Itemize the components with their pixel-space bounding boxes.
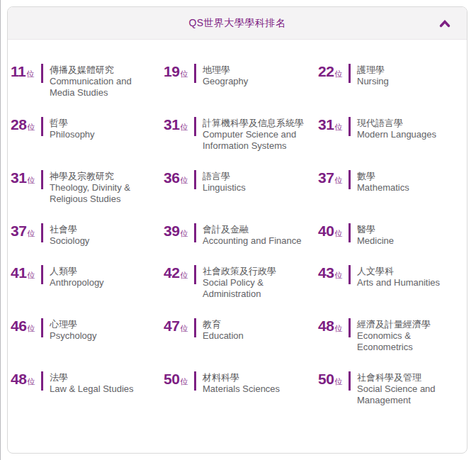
- subject: 數學 Mathematics: [357, 170, 409, 193]
- subject-name-en: Arts and Humanities: [357, 277, 440, 288]
- rank-divider: [194, 170, 196, 189]
- panel-title: QS世界大學學科排名: [188, 17, 285, 30]
- subject: 地理學 Geography: [203, 64, 248, 87]
- subject-name-zh: 神學及宗教研究: [50, 171, 152, 182]
- rank-number: 39: [164, 223, 179, 238]
- rank-value: 43 位: [318, 265, 344, 281]
- rank-divider: [41, 265, 43, 284]
- rank-unit: 位: [334, 228, 342, 239]
- rank-value: 46 位: [11, 318, 37, 334]
- subject-name-zh: 傳播及媒體研究: [50, 64, 152, 76]
- panel-header[interactable]: QS世界大學學科排名: [8, 7, 467, 40]
- rank-value: 47 位: [164, 318, 190, 334]
- rank-divider: [348, 318, 351, 337]
- rank-number: 19: [164, 64, 179, 79]
- subject-name-zh: 經濟及計量經濟學: [357, 319, 460, 330]
- rank-number: 11: [11, 64, 26, 79]
- subject-name-en: Economics & Econometrics: [357, 330, 460, 353]
- rank-number: 36: [164, 170, 179, 185]
- rank-divider: [348, 117, 351, 136]
- rank-unit: 位: [180, 323, 188, 334]
- subject: 心理學 Psychology: [50, 318, 96, 342]
- rankings-grid: 11 位 傳播及媒體研究 Communication and Media Stu…: [8, 40, 467, 420]
- subject: 神學及宗教研究 Theology, Divinity & Religious S…: [50, 170, 152, 205]
- ranking-item: 46 位 心理學 Psychology: [11, 318, 164, 342]
- rank-unit: 位: [180, 270, 188, 281]
- rank-number: 40: [318, 223, 334, 238]
- ranking-item: 48 位 法學 Law & Legal Studies: [11, 371, 164, 395]
- ranking-item: 19 位 地理學 Geography: [164, 64, 318, 87]
- subject-name-en: Law & Legal Studies: [50, 383, 134, 395]
- rank-divider: [194, 223, 196, 242]
- subject-name-en: Geography: [203, 76, 248, 87]
- subject-name-zh: 人文學科: [357, 266, 440, 277]
- rank-divider: [194, 117, 196, 136]
- subject-name-en: Nursing: [357, 76, 389, 87]
- subject-name-en: Linguistics: [203, 182, 246, 193]
- rank-unit: 位: [180, 69, 188, 79]
- subject-name-en: Philosophy: [50, 129, 95, 140]
- subject: 醫學 Medicine: [357, 223, 394, 247]
- rank-number: 48: [11, 371, 26, 386]
- rank-divider: [41, 170, 43, 189]
- ranking-item: 42 位 社會政策及行政學 Social Policy & Administra…: [164, 265, 318, 300]
- subject-name-en: Computer Science and Information Systems: [203, 129, 305, 152]
- subject: 哲學 Philosophy: [50, 117, 95, 140]
- subject-name-zh: 護理學: [357, 64, 389, 76]
- subject: 教育 Education: [203, 318, 244, 342]
- subject-name-en: Sociology: [50, 235, 89, 247]
- rank-divider: [41, 223, 43, 242]
- ranking-item: 31 位 現代語言學 Modern Languages: [318, 117, 461, 140]
- subject: 人類學 Anthropology: [50, 265, 104, 288]
- subject-name-zh: 計算機科學及信息系統學: [203, 118, 305, 129]
- subject-name-en: Medicine: [357, 235, 394, 247]
- subject-name-en: Anthropology: [50, 277, 104, 288]
- rank-divider: [194, 318, 196, 337]
- rank-number: 47: [164, 318, 179, 333]
- rank-number: 37: [318, 170, 334, 185]
- subject-name-en: Psychology: [50, 330, 96, 342]
- rank-number: 22: [318, 64, 334, 79]
- subject-name-zh: 哲學: [50, 118, 95, 129]
- subject-name-en: Materials Sciences: [203, 383, 280, 395]
- rank-divider: [348, 371, 351, 391]
- ranking-item: 43 位 人文學科 Arts and Humanities: [318, 265, 461, 288]
- subject-name-zh: 心理學: [50, 319, 96, 330]
- subject-name-zh: 語言學: [203, 171, 246, 182]
- ranking-item: 31 位 計算機科學及信息系統學 Computer Science and In…: [164, 117, 318, 152]
- chevron-up-icon[interactable]: [439, 19, 450, 28]
- rank-divider: [41, 117, 43, 136]
- rank-unit: 位: [180, 175, 188, 186]
- rank-unit: 位: [27, 175, 35, 186]
- rank-value: 40 位: [318, 223, 344, 239]
- subject: 材料科學 Materials Sciences: [203, 371, 280, 395]
- subject: 計算機科學及信息系統學 Computer Science and Informa…: [203, 117, 305, 152]
- rank-unit: 位: [334, 270, 342, 281]
- rank-unit: 位: [334, 122, 342, 133]
- subject: 社會政策及行政學 Social Policy & Administration: [203, 265, 305, 300]
- subject-name-en: Communication and Media Studies: [50, 76, 152, 99]
- rank-unit: 位: [180, 376, 188, 387]
- rank-unit: 位: [180, 122, 188, 133]
- rank-unit: 位: [27, 122, 35, 133]
- rank-number: 42: [164, 265, 179, 280]
- ranking-item: 37 位 社會學 Sociology: [11, 223, 164, 247]
- rank-number: 37: [11, 223, 26, 238]
- subject-name-en: Modern Languages: [357, 129, 436, 140]
- ranking-item: 37 位 數學 Mathematics: [318, 170, 461, 193]
- rank-value: 22 位: [318, 64, 344, 79]
- ranking-item: 31 位 神學及宗教研究 Theology, Divinity & Religi…: [11, 170, 164, 205]
- rank-divider: [41, 318, 43, 337]
- subject-name-zh: 數學: [357, 171, 409, 182]
- subject-name-en: Accounting and Finance: [203, 235, 301, 247]
- rank-value: 36 位: [164, 170, 190, 186]
- ranking-item: 39 位 會計及金融 Accounting and Finance: [164, 223, 318, 247]
- subject-name-en: Education: [203, 330, 244, 342]
- subject-name-zh: 材料科學: [203, 372, 280, 383]
- rank-unit: 位: [334, 69, 342, 79]
- rank-value: 39 位: [164, 223, 190, 239]
- page-left-divider: [0, 0, 1, 460]
- subject-name-en: Social Science and Management: [357, 383, 460, 406]
- rank-divider: [348, 223, 351, 242]
- ranking-item: 22 位 護理學 Nursing: [318, 64, 461, 87]
